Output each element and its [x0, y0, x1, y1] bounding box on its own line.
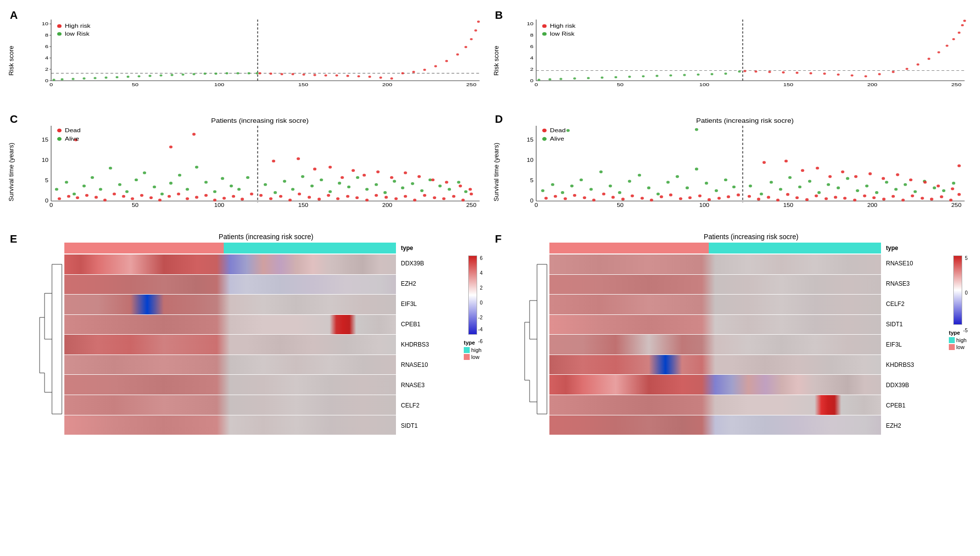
- svg-point-107: [823, 73, 826, 75]
- svg-point-154: [178, 174, 182, 177]
- svg-point-122: [542, 24, 547, 28]
- svg-text:5: 5: [530, 178, 534, 183]
- svg-text:250: 250: [951, 202, 961, 208]
- svg-text:100: 100: [214, 82, 224, 88]
- svg-point-156: [195, 166, 198, 169]
- panel-b-label: B: [495, 9, 503, 22]
- svg-point-202: [204, 194, 208, 197]
- svg-point-340: [815, 195, 818, 198]
- svg-point-60: [456, 53, 459, 55]
- svg-point-195: [140, 194, 144, 197]
- svg-point-287: [732, 186, 735, 189]
- svg-point-226: [433, 197, 437, 200]
- svg-point-106: [809, 72, 812, 74]
- row-f-rnase10: [549, 254, 881, 274]
- svg-point-162: [246, 176, 249, 179]
- svg-text:low Risk: low Risk: [65, 31, 90, 37]
- svg-point-24: [72, 78, 75, 80]
- svg-point-148: [125, 190, 129, 193]
- svg-point-141: [65, 181, 68, 184]
- svg-point-183: [448, 188, 451, 191]
- panel-e-label: E: [10, 233, 17, 246]
- svg-point-310: [566, 129, 570, 132]
- svg-text:100: 100: [699, 82, 709, 88]
- svg-point-187: [67, 195, 70, 198]
- svg-point-361: [841, 170, 844, 173]
- row-f-ddx39b: [549, 375, 881, 395]
- svg-point-283: [695, 168, 698, 171]
- svg-point-363: [869, 172, 872, 175]
- panel-d-yaxis: Survival time (years): [492, 143, 500, 201]
- panel-a-yaxis: Risk score: [7, 46, 15, 76]
- svg-point-25: [83, 77, 86, 79]
- svg-point-267: [541, 189, 544, 192]
- svg-text:0: 0: [49, 82, 53, 88]
- svg-point-286: [724, 178, 728, 181]
- chart-c: Patients (increasing risk socre) 0 5 10 …: [35, 116, 485, 210]
- svg-point-318: [602, 193, 605, 196]
- svg-point-314: [564, 197, 567, 200]
- svg-point-210: [279, 195, 283, 198]
- svg-point-273: [599, 170, 603, 173]
- type-label-f: type: [883, 243, 945, 253]
- panel-c-label: C: [10, 113, 18, 126]
- svg-point-218: [355, 197, 359, 200]
- svg-point-317: [592, 199, 595, 202]
- row-rnase10: [64, 355, 396, 375]
- svg-point-171: [338, 182, 342, 185]
- svg-point-219: [365, 199, 369, 202]
- svg-point-37: [214, 73, 217, 75]
- svg-text:250: 250: [466, 202, 476, 208]
- svg-text:10: 10: [42, 21, 49, 26]
- row-cpeb1: [64, 315, 396, 335]
- type-bar-f: [549, 243, 881, 253]
- svg-point-216: [336, 197, 340, 200]
- heatmap-e-rows: [64, 254, 396, 435]
- gene-label-ezh2: EZH2: [401, 280, 416, 287]
- svg-text:15: 15: [42, 137, 49, 143]
- gene-label-f-rnase3: RNASE3: [886, 280, 910, 287]
- svg-point-147: [118, 183, 122, 186]
- svg-point-42: [258, 72, 261, 74]
- svg-point-179: [411, 182, 414, 185]
- svg-point-116: [937, 51, 940, 53]
- svg-point-163: [264, 183, 267, 186]
- svg-point-27: [104, 77, 107, 79]
- svg-point-159: [221, 177, 224, 180]
- svg-point-32: [159, 74, 162, 76]
- svg-point-58: [434, 65, 437, 67]
- svg-point-150: [143, 171, 147, 174]
- svg-text:50: 50: [132, 82, 139, 88]
- svg-point-247: [459, 185, 462, 188]
- colorscale-f: 5 0 -5 type high low: [945, 243, 970, 436]
- panel-d: D Survival time (years) Patients (increa…: [490, 109, 975, 228]
- gene-label-f-ddx39b: DDX39B: [886, 382, 909, 389]
- svg-point-244: [418, 175, 421, 178]
- svg-text:50: 50: [617, 202, 624, 208]
- svg-point-297: [836, 187, 840, 190]
- svg-point-26: [94, 77, 97, 79]
- svg-point-303: [894, 188, 898, 191]
- svg-point-115: [928, 58, 931, 60]
- svg-point-108: [837, 73, 840, 75]
- svg-point-229: [461, 199, 465, 202]
- svg-point-272: [589, 188, 593, 191]
- svg-point-65: [57, 24, 62, 28]
- svg-point-237: [329, 166, 332, 169]
- svg-point-269: [561, 191, 564, 194]
- panel-f-title: Patients (increasing risk socre): [522, 233, 970, 241]
- svg-point-111: [878, 73, 881, 75]
- svg-text:Patients (increasing risk socr: Patients (increasing risk socre): [211, 117, 309, 124]
- svg-point-86: [548, 78, 551, 80]
- svg-point-248: [469, 188, 472, 191]
- panel-d-label: D: [495, 113, 503, 126]
- row-f-sidt1: [549, 315, 881, 335]
- svg-point-50: [346, 75, 349, 77]
- svg-point-206: [241, 198, 244, 201]
- svg-text:200: 200: [867, 202, 877, 208]
- svg-point-142: [73, 193, 76, 196]
- svg-point-309: [952, 182, 955, 185]
- svg-point-358: [801, 169, 804, 172]
- svg-point-104: [782, 71, 785, 73]
- svg-point-41: [256, 72, 259, 74]
